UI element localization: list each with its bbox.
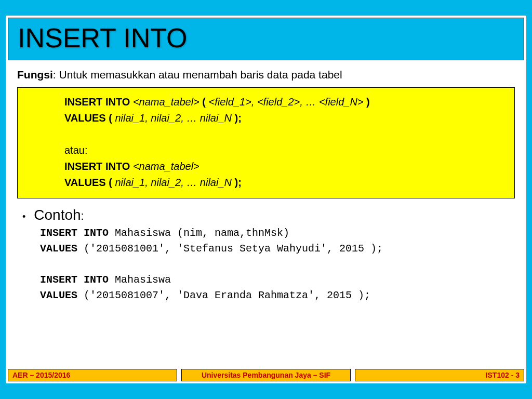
syntax-arg: nilai_1, nilai_2, … nilai_N <box>115 177 234 188</box>
bullet-icon: • <box>22 211 25 222</box>
footer-left: AER – 2015/2016 <box>8 369 177 381</box>
example-code: INSERT INTO Mahasiswa (nim, nama,thnMsk)… <box>17 225 515 303</box>
contoh-row: • Contoh: <box>17 207 515 223</box>
syntax-or: atau: <box>64 142 506 158</box>
fungsi-label: Fungsi <box>17 69 53 81</box>
slide-content: Fungsi: Untuk memasukkan atau menambah b… <box>6 60 526 303</box>
syntax-arg: nilai_1, nilai_2, … nilai_N <box>115 112 234 124</box>
syntax-kw: INSERT INTO <box>64 161 133 172</box>
contoh-label: Contoh: <box>34 207 84 223</box>
syntax-kw: INSERT INTO <box>64 96 133 108</box>
syntax-arg: <field_1>, <field_2>, … <field_N> <box>209 96 367 108</box>
syntax-arg: <nama_tabel> <box>133 161 200 172</box>
slide-title: INSERT INTO <box>8 18 524 60</box>
code-text: Mahasiswa (nim, nama,thnMsk) <box>115 227 289 239</box>
syntax-kw: ) <box>366 96 370 108</box>
code-text: ('2015081007', 'Dava Eranda Rahmatza', 2… <box>84 289 370 301</box>
contoh-text: Contoh <box>34 207 81 223</box>
code-kw: INSERT INTO <box>40 227 115 239</box>
code-kw: INSERT INTO <box>40 274 115 286</box>
contoh-colon: : <box>81 209 84 222</box>
footer-center: Universitas Pembangunan Jaya – SIF <box>181 369 351 381</box>
code-kw: VALUES <box>40 243 84 255</box>
slide: INSERT INTO Fungsi: Untuk memasukkan ata… <box>6 16 526 383</box>
syntax-kw: VALUES ( <box>64 177 115 188</box>
syntax-kw: ); <box>235 112 242 124</box>
code-text: ('2015081001', 'Stefanus Setya Wahyudi',… <box>84 243 383 255</box>
fungsi-text: : Untuk memasukkan atau menambah baris d… <box>53 69 342 81</box>
slide-footer: AER – 2015/2016 Universitas Pembangunan … <box>8 369 524 381</box>
syntax-kw: VALUES ( <box>64 112 115 124</box>
footer-right: IST102 - 3 <box>355 369 524 381</box>
syntax-box: INSERT INTO <nama_tabel> ( <field_1>, <f… <box>17 87 515 198</box>
code-kw: VALUES <box>40 289 84 301</box>
syntax-kw: ( <box>202 96 208 108</box>
fungsi-line: Fungsi: Untuk memasukkan atau menambah b… <box>17 69 515 81</box>
code-text: Mahasiswa <box>115 274 171 286</box>
syntax-kw: ); <box>235 177 242 188</box>
syntax-arg: <nama_tabel> <box>133 96 202 108</box>
